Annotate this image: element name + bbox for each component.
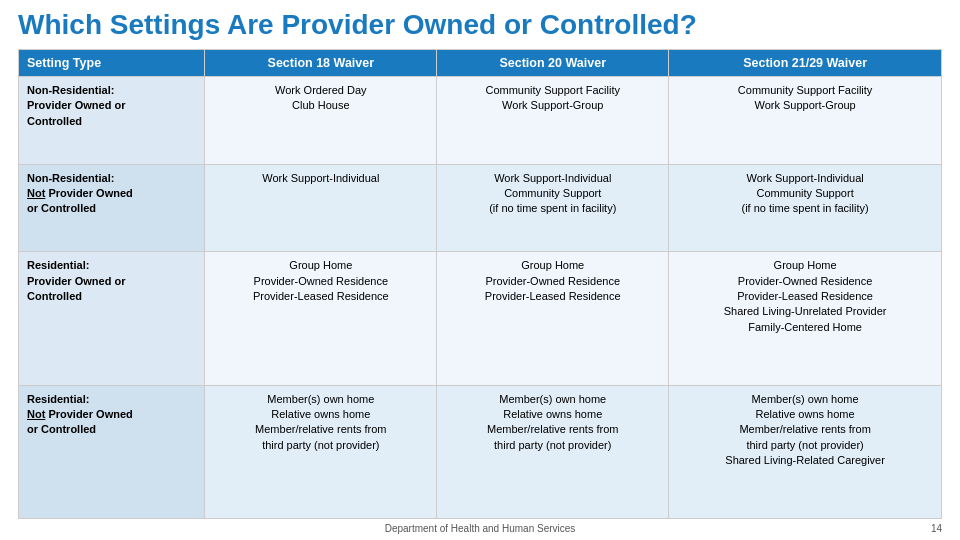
table-row: Residential:Provider Owned orControlledG… [19, 252, 942, 385]
page-title: Which Settings Are Provider Owned or Con… [18, 10, 942, 41]
table-row: Non-Residential:Provider Owned orControl… [19, 76, 942, 164]
page: Which Settings Are Provider Owned or Con… [0, 0, 960, 540]
data-cell-1-1: Work Support-IndividualCommunity Support… [437, 164, 669, 252]
data-cell-1-0: Work Support-Individual [205, 164, 437, 252]
setting-type-cell: Residential:Not Provider Ownedor Control… [19, 385, 205, 518]
data-cell-1-2: Work Support-IndividualCommunity Support… [669, 164, 942, 252]
footer-center: Department of Health and Human Services [385, 523, 576, 534]
col-header-setting-type: Setting Type [19, 49, 205, 76]
footer-page: 14 [742, 523, 942, 534]
data-cell-0-2: Community Support FacilityWork Support-G… [669, 76, 942, 164]
data-cell-0-1: Community Support FacilityWork Support-G… [437, 76, 669, 164]
setting-type-cell: Non-Residential:Not Provider Ownedor Con… [19, 164, 205, 252]
footer: Department of Health and Human Services … [18, 523, 942, 534]
data-cell-3-1: Member(s) own homeRelative owns homeMemb… [437, 385, 669, 518]
table-row: Residential:Not Provider Ownedor Control… [19, 385, 942, 518]
col-header-section20: Section 20 Waiver [437, 49, 669, 76]
data-cell-0-0: Work Ordered DayClub House [205, 76, 437, 164]
table-row: Non-Residential:Not Provider Ownedor Con… [19, 164, 942, 252]
data-cell-2-2: Group HomeProvider-Owned ResidenceProvid… [669, 252, 942, 385]
data-cell-2-1: Group HomeProvider-Owned ResidenceProvid… [437, 252, 669, 385]
data-cell-2-0: Group HomeProvider-Owned ResidenceProvid… [205, 252, 437, 385]
data-cell-3-0: Member(s) own homeRelative owns homeMemb… [205, 385, 437, 518]
setting-type-cell: Residential:Provider Owned orControlled [19, 252, 205, 385]
setting-type-cell: Non-Residential:Provider Owned orControl… [19, 76, 205, 164]
data-cell-3-2: Member(s) own homeRelative owns homeMemb… [669, 385, 942, 518]
col-header-section18: Section 18 Waiver [205, 49, 437, 76]
settings-table: Setting Type Section 18 Waiver Section 2… [18, 49, 942, 519]
col-header-section2129: Section 21/29 Waiver [669, 49, 942, 76]
